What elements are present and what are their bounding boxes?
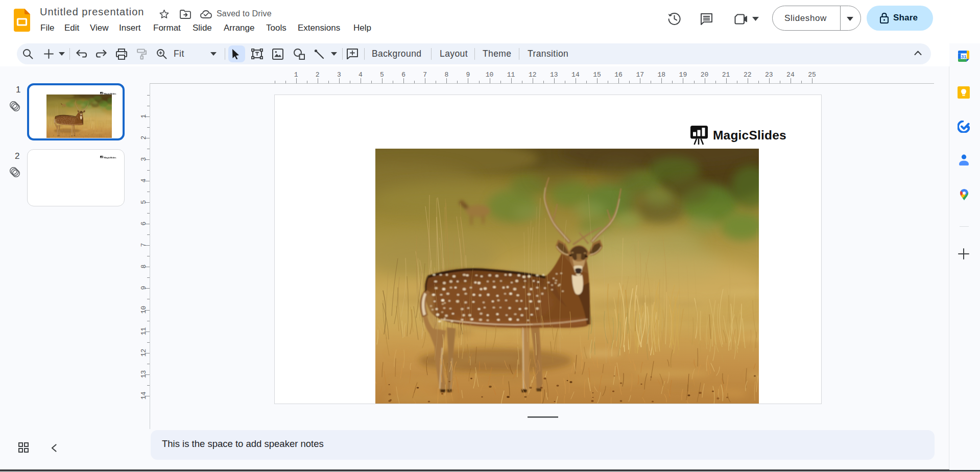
svg-text:MagicSlides: MagicSlides <box>104 156 117 158</box>
svg-text:MagicSlides: MagicSlides <box>104 92 117 95</box>
svg-text:MagicSlides: MagicSlides <box>713 128 786 142</box>
svg-text:31: 31 <box>961 54 967 59</box>
